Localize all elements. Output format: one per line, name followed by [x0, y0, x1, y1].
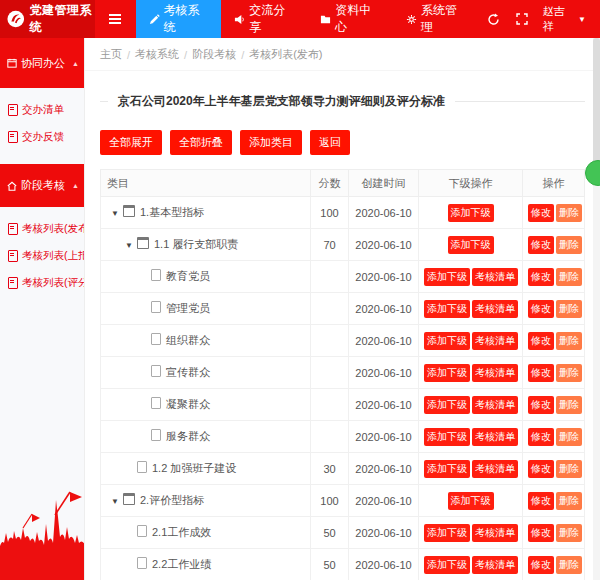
sidebar-item-考核列表(评分)[interactable]: 考核列表(评分)	[0, 269, 84, 296]
sub-actions-cell: 添加下级考核清单	[419, 357, 523, 389]
date-cell: 2020-06-10	[349, 325, 419, 357]
sub-action-button-考核清单[interactable]: 考核清单	[472, 396, 518, 414]
sub-action-button-添加下级[interactable]: 添加下级	[424, 300, 470, 318]
delete-button[interactable]: 删除	[556, 332, 582, 350]
actions-cell: 修改删除	[523, 357, 585, 389]
top-navbar: 党建管理系统 考核系统交流分享资料中心系统管理 赵吉祥 ▼	[0, 0, 600, 38]
toolbar: 全部展开全部折叠添加类目返回	[100, 130, 585, 155]
sub-action-button-考核清单[interactable]: 考核清单	[472, 460, 518, 478]
sidebar-item-交办清单[interactable]: 交办清单	[0, 96, 84, 123]
date-cell: 2020-06-10	[349, 453, 419, 485]
topnav-item-4[interactable]: 系统管理	[393, 0, 479, 38]
modify-button[interactable]: 修改	[528, 204, 554, 222]
delete-button[interactable]: 删除	[556, 524, 582, 542]
category-cell: 1.2 加强班子建设	[101, 453, 311, 485]
modify-button[interactable]: 修改	[528, 364, 554, 382]
topnav-item-1[interactable]: 考核系统	[136, 0, 222, 38]
file-icon	[151, 333, 161, 345]
breadcrumb-item-2[interactable]: 考核系统	[135, 47, 179, 62]
delete-button[interactable]: 删除	[556, 364, 582, 382]
toolbar-button-全部折叠[interactable]: 全部折叠	[170, 130, 232, 155]
menu-toggle-icon[interactable]	[95, 0, 136, 38]
breadcrumb-item-3[interactable]: 阶段考核	[192, 47, 236, 62]
delete-button[interactable]: 删除	[556, 204, 582, 222]
modify-button[interactable]: 修改	[528, 396, 554, 414]
user-name: 赵吉祥	[543, 4, 574, 34]
category-cell: 2.1工作成效	[101, 517, 311, 549]
breadcrumb-item-1[interactable]: 主页	[100, 47, 122, 62]
sidebar-item-考核列表(发布)[interactable]: 考核列表(发布)	[0, 215, 84, 242]
topnav-item-label: 系统管理	[421, 2, 466, 36]
toolbar-button-添加类目[interactable]: 添加类目	[240, 130, 302, 155]
sub-action-button-考核清单[interactable]: 考核清单	[472, 332, 518, 350]
delete-button[interactable]: 删除	[556, 268, 582, 286]
user-menu[interactable]: 赵吉祥 ▼	[537, 0, 600, 38]
sub-action-button-添加下级[interactable]: 添加下级	[424, 428, 470, 446]
sub-action-button-添加下级[interactable]: 添加下级	[424, 396, 470, 414]
user-caret-icon: ▼	[578, 15, 586, 24]
section-arrow-icon: ▲	[72, 60, 79, 67]
sub-action-button-考核清单[interactable]: 考核清单	[472, 268, 518, 286]
category-name: 1.1 履行支部职责	[154, 238, 238, 250]
tree-expand-caret-icon[interactable]: ▼	[111, 209, 123, 218]
sub-action-button-添加下级[interactable]: 添加下级	[424, 524, 470, 542]
delete-button[interactable]: 删除	[556, 492, 582, 510]
delete-button[interactable]: 删除	[556, 428, 582, 446]
file-icon	[151, 269, 161, 281]
sidebar-section-2[interactable]: 阶段考核▲	[0, 164, 84, 207]
main-area: 主页/考核系统/阶段考核/考核列表(发布) 京石公司2020年上半年基层党支部领…	[85, 38, 600, 580]
delete-button[interactable]: 删除	[556, 300, 582, 318]
date-cell: 2020-06-10	[349, 421, 419, 453]
tree-expand-caret-icon[interactable]: ▼	[125, 241, 137, 250]
sub-action-button-添加下级[interactable]: 添加下级	[424, 268, 470, 286]
app-title: 党建管理系统	[29, 2, 95, 36]
sidebar-item-考核列表(上报)[interactable]: 考核列表(上报)	[0, 242, 84, 269]
score-cell	[311, 325, 349, 357]
fullscreen-icon[interactable]	[508, 0, 537, 38]
modify-button[interactable]: 修改	[528, 556, 554, 574]
date-cell: 2020-06-10	[349, 485, 419, 517]
scrollbar[interactable]	[593, 38, 600, 580]
document-icon	[8, 250, 18, 262]
modify-button[interactable]: 修改	[528, 236, 554, 254]
category-name: 2.评价型指标	[140, 494, 204, 506]
topnav-item-3[interactable]: 资料中心	[307, 0, 393, 38]
toolbar-button-全部展开[interactable]: 全部展开	[100, 130, 162, 155]
score-cell	[311, 389, 349, 421]
sub-actions-cell: 添加下级考核清单	[419, 549, 523, 580]
sub-action-button-添加下级[interactable]: 添加下级	[424, 460, 470, 478]
modify-button[interactable]: 修改	[528, 268, 554, 286]
category-name: 凝聚群众	[166, 398, 210, 410]
tree-expand-caret-icon[interactable]: ▼	[111, 497, 123, 506]
sub-action-button-考核清单[interactable]: 考核清单	[472, 364, 518, 382]
sub-action-button-添加下级[interactable]: 添加下级	[424, 556, 470, 574]
sub-action-button-添加下级[interactable]: 添加下级	[448, 204, 494, 222]
sidebar-section-1[interactable]: 协同办公▲	[0, 38, 84, 88]
topnav-item-2[interactable]: 交流分享	[221, 0, 307, 38]
sub-action-button-添加下级[interactable]: 添加下级	[424, 364, 470, 382]
modify-button[interactable]: 修改	[528, 428, 554, 446]
sub-action-button-添加下级[interactable]: 添加下级	[424, 332, 470, 350]
sub-action-button-添加下级[interactable]: 添加下级	[448, 492, 494, 510]
modify-button[interactable]: 修改	[528, 460, 554, 478]
toolbar-button-返回[interactable]: 返回	[310, 130, 350, 155]
sub-action-button-考核清单[interactable]: 考核清单	[472, 300, 518, 318]
refresh-icon[interactable]	[479, 0, 508, 38]
delete-button[interactable]: 删除	[556, 556, 582, 574]
delete-button[interactable]: 删除	[556, 236, 582, 254]
sub-action-button-考核清单[interactable]: 考核清单	[472, 524, 518, 542]
modify-button[interactable]: 修改	[528, 524, 554, 542]
modify-button[interactable]: 修改	[528, 300, 554, 318]
delete-button[interactable]: 删除	[556, 460, 582, 478]
category-cell: 教育党员	[101, 261, 311, 293]
sidebar-item-交办反馈[interactable]: 交办反馈	[0, 123, 84, 150]
page-title: 京石公司2020年上半年基层党支部领导力测评细则及评分标准	[108, 93, 455, 110]
delete-button[interactable]: 删除	[556, 396, 582, 414]
sub-action-button-添加下级[interactable]: 添加下级	[448, 236, 494, 254]
modify-button[interactable]: 修改	[528, 492, 554, 510]
scrollbar-thumb[interactable]	[593, 38, 600, 168]
modify-button[interactable]: 修改	[528, 332, 554, 350]
home-icon	[7, 181, 17, 191]
sub-action-button-考核清单[interactable]: 考核清单	[472, 556, 518, 574]
sub-action-button-考核清单[interactable]: 考核清单	[472, 428, 518, 446]
